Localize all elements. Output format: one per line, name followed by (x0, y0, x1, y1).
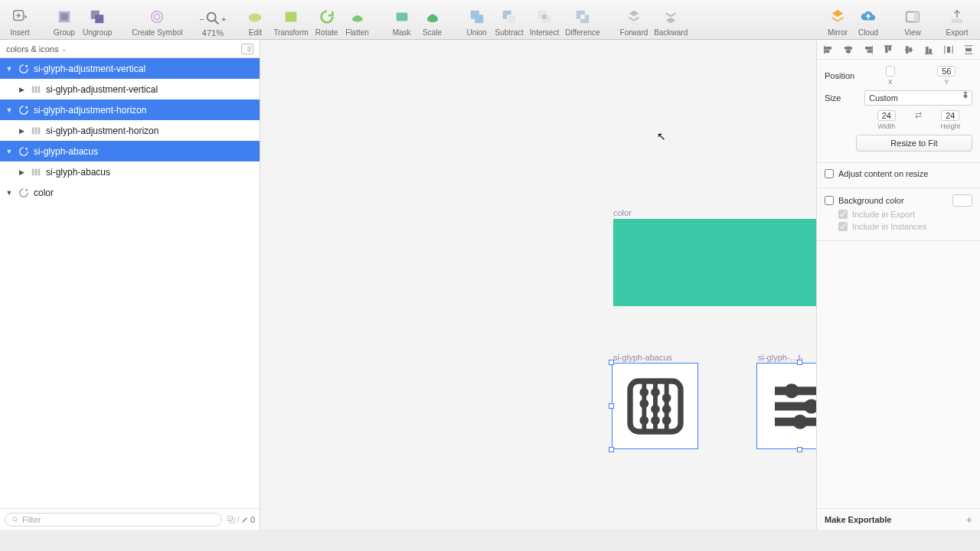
svg-rect-60 (886, 46, 888, 52)
artboard-abacus[interactable] (612, 363, 698, 449)
intersect-button[interactable]: Intersect (527, 7, 562, 37)
toolbar: Insert Group Ungroup Create Symbol − + 4… (0, 0, 980, 40)
align-bottom-icon[interactable] (922, 44, 936, 56)
layer-row[interactable]: ▼color (0, 182, 260, 203)
panel-toggle-icon[interactable] (241, 44, 253, 54)
page-selector[interactable]: colors & icons ⌄ (0, 40, 260, 58)
layer-row[interactable]: ▼si-glyph-abacus (0, 141, 260, 161)
distribute-h-icon[interactable] (942, 44, 956, 56)
flatten-button[interactable]: Flatten (342, 7, 373, 37)
artboard-label-color[interactable]: color (613, 208, 632, 217)
page-title: colors & icons (6, 44, 58, 54)
transform-button[interactable]: Transform (270, 7, 311, 37)
selection-handle[interactable] (797, 360, 802, 365)
disclosure-open-icon[interactable]: ▼ (5, 148, 14, 155)
difference-button[interactable]: Difference (562, 7, 603, 37)
layer-row[interactable]: ▼si-glyph-adjustment-vertical (0, 58, 260, 79)
magnifier-icon[interactable] (204, 10, 221, 28)
svg-rect-2 (60, 13, 67, 20)
artboard-icon (17, 145, 31, 158)
canvas[interactable]: ↖ color si-glyph-abacus si-glyph-…t-hori… (260, 40, 816, 530)
distribute-v-icon[interactable] (962, 44, 975, 56)
artboard-label-abacus[interactable]: si-glyph-abacus (613, 353, 672, 362)
height-input[interactable]: 24 (941, 110, 959, 121)
chevron-down-icon: ⌄ (61, 45, 67, 53)
align-hcenter-icon[interactable] (841, 44, 855, 56)
disclosure-open-icon[interactable]: ▼ (5, 65, 14, 73)
svg-rect-27 (35, 168, 38, 175)
disclosure-open-icon[interactable]: ▼ (5, 106, 14, 114)
disclosure-closed-icon[interactable]: ▶ (17, 127, 26, 135)
layer-sidebar: colors & icons ⌄ ▼si-glyph-adjustment-ve… (0, 40, 260, 530)
align-left-icon[interactable] (822, 44, 835, 56)
forward-button[interactable]: Forward (617, 7, 652, 37)
svg-rect-26 (32, 168, 34, 175)
union-icon (467, 7, 487, 27)
selection-handle[interactable] (797, 447, 802, 452)
color-swatch[interactable] (952, 194, 972, 207)
selection-handle[interactable] (609, 360, 614, 365)
union-button[interactable]: Union (462, 7, 492, 37)
export-button[interactable]: Export (942, 7, 972, 37)
size-mode-select[interactable]: Custom (864, 90, 972, 106)
subtract-button[interactable]: Subtract (492, 7, 527, 37)
disclosure-open-icon[interactable]: ▼ (5, 189, 14, 197)
artboard-horizon[interactable] (756, 363, 816, 449)
align-right-icon[interactable] (861, 44, 875, 56)
disclosure-closed-icon[interactable]: ▶ (17, 168, 26, 176)
group-button[interactable]: Group (49, 7, 80, 37)
cloud-button[interactable]: Cloud (853, 7, 884, 37)
cursor-icon: ↖ (657, 130, 666, 142)
align-top-icon[interactable] (881, 44, 895, 56)
selection-handle[interactable] (609, 447, 614, 452)
resize-to-fit-button[interactable]: Resize to Fit (856, 135, 972, 152)
cloud-icon (858, 7, 878, 27)
create-symbol-button[interactable]: Create Symbol (129, 7, 185, 37)
filter-input[interactable]: Filter (5, 513, 222, 527)
insert-button[interactable]: Insert (5, 7, 35, 37)
layer-list[interactable]: ▼si-glyph-adjustment-vertical▶si-glyph-a… (0, 58, 260, 508)
svg-rect-9 (396, 13, 407, 21)
svg-point-36 (651, 388, 660, 397)
zoom-in-button[interactable]: + (221, 15, 226, 24)
mask-button[interactable]: Mask (387, 7, 417, 37)
rotate-button[interactable]: Rotate (312, 7, 342, 37)
mirror-button[interactable]: Mirror (822, 7, 853, 37)
svg-rect-67 (965, 48, 971, 51)
disclosure-closed-icon[interactable]: ▶ (17, 86, 26, 93)
layer-name: color (34, 187, 54, 198)
svg-rect-4 (95, 15, 103, 23)
svg-rect-56 (845, 47, 852, 49)
layer-row[interactable]: ▶si-glyph-abacus (0, 161, 260, 182)
svg-point-38 (651, 416, 660, 425)
backward-button[interactable]: Backward (651, 7, 691, 37)
svg-rect-59 (867, 50, 871, 52)
edit-button[interactable]: Edit (240, 7, 270, 37)
view-button[interactable]: View (897, 7, 928, 37)
size-label: Size (825, 93, 864, 103)
ungroup-button[interactable]: Ungroup (80, 7, 115, 37)
make-exportable-button[interactable]: Make Exportable + (817, 508, 980, 530)
svg-point-37 (651, 405, 660, 414)
align-vcenter-icon[interactable] (902, 44, 916, 56)
layer-row[interactable]: ▶si-glyph-adjustment-horizon (0, 120, 260, 141)
artboard-color[interactable] (613, 219, 816, 306)
layer-name: si-glyph-adjustment-horizon (34, 105, 146, 116)
edit-icon (245, 7, 265, 27)
layer-name: si-glyph-adjustment-vertical (34, 64, 145, 74)
svg-point-47 (792, 415, 807, 429)
adjust-content-checkbox[interactable]: Adjust content on resize (825, 169, 972, 178)
scale-button[interactable]: Scale (417, 7, 448, 37)
lock-aspect-icon[interactable]: ⇄ (913, 110, 924, 130)
position-size-section: Position X 56Y Size Custom 24Width ⇄ 24H… (817, 60, 980, 163)
position-x-input[interactable] (886, 66, 895, 77)
layer-row[interactable]: ▼si-glyph-adjustment-horizon (0, 99, 260, 120)
background-color-checkbox[interactable]: Background color (825, 194, 972, 207)
svg-rect-28 (38, 168, 41, 175)
svg-rect-64 (926, 47, 928, 53)
width-input[interactable]: 24 (877, 110, 896, 121)
position-y-input[interactable]: 56 (937, 66, 956, 77)
selection-handle[interactable] (609, 403, 614, 409)
svg-rect-55 (825, 50, 829, 52)
layer-row[interactable]: ▶si-glyph-adjustment-vertical (0, 79, 260, 99)
